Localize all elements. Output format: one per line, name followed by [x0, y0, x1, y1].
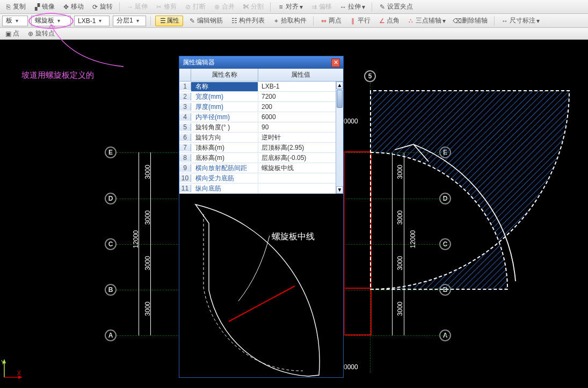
split-button[interactable]: ✀分割 [240, 2, 266, 12]
row-index: 7 [179, 144, 191, 151]
dim-3000-r4: 3000 [396, 302, 404, 316]
trim-button[interactable]: ✂修剪 [153, 2, 179, 12]
prop-row[interactable]: 7顶标高(m)层顶标高(2.95) [179, 143, 343, 153]
stretch-button[interactable]: ↔拉伸▾ [337, 2, 367, 12]
pickcomp-button[interactable]: ⌖拾取构件 [270, 16, 309, 26]
prop-row[interactable]: 9横向放射配筋间距螺旋板中线 [179, 163, 343, 173]
scroll-thumb[interactable] [337, 90, 343, 108]
editrebar-label: 编辑钢筋 [197, 16, 223, 25]
row-value[interactable]: 90 [258, 123, 343, 131]
instance-combo[interactable]: LXB-1▾ [74, 16, 110, 26]
complist-button[interactable]: ☷构件列表 [228, 16, 267, 26]
row-name: 内半径(mm) [191, 113, 258, 122]
mirror-label: 镜像 [42, 2, 55, 11]
attributes-button[interactable]: ☰属性 [155, 16, 183, 26]
grid-bubble-e-left: E [105, 147, 117, 158]
row-value[interactable]: 6000 [258, 113, 343, 121]
prop-scrollbar[interactable]: ▲ ▼ [336, 82, 343, 194]
category-combo[interactable]: 板▾ [2, 16, 28, 26]
setbase-button[interactable]: ✎设置夹点 [376, 2, 415, 12]
delaux-button[interactable]: ⌫删除辅轴 [451, 16, 490, 26]
prop-row[interactable]: 8底标高(m)层底标高(-0.05) [179, 153, 343, 163]
row-index: 4 [179, 113, 191, 121]
row-value[interactable]: 螺旋板中线 [258, 164, 343, 173]
row-name: 横向放射配筋间距 [191, 164, 258, 173]
row-name: 底标高(m) [191, 153, 258, 163]
close-icon: ✕ [333, 59, 338, 66]
spiral-slab-selected[interactable] [344, 85, 580, 300]
close-button[interactable]: ✕ [331, 58, 340, 67]
drawing-canvas[interactable]: 坡道用螺旋板定义的 E D C B A 3000 3000 3000 3000 … [0, 40, 588, 388]
svg-text:Y: Y [1, 360, 5, 365]
dimline-left-inner [150, 152, 151, 335]
triaux-button[interactable]: ∴三点辅轴▾ [405, 16, 448, 26]
stretch-icon: ↔ [339, 3, 347, 11]
layer-value: 分层1 [117, 16, 133, 25]
align-label: 对齐 [286, 2, 299, 11]
prop-row[interactable]: 6旋转方向逆时针 [179, 133, 343, 143]
row-name: 旋转角度(° ) [191, 123, 258, 132]
chevron-down-icon: ▾ [57, 18, 60, 24]
prop-row[interactable]: 5旋转角度(° )90 [179, 122, 343, 133]
svg-line-7 [229, 286, 295, 321]
align-button[interactable]: ≡对齐▾ [275, 2, 305, 12]
toolbar-edit: ⎘复制 ▞镜像 ✥移动 ⟳旋转 →延伸 ✂修剪 ⊘打断 ⊕合并 ✀分割 ≡对齐▾… [0, 0, 588, 14]
triaux-icon: ∴ [407, 17, 415, 25]
separator [119, 2, 120, 12]
scroll-down-icon[interactable]: ▼ [336, 186, 343, 194]
prop-row[interactable]: 4内半径(mm)6000 [179, 112, 343, 122]
rotate-button[interactable]: ⟳旋转 [89, 2, 115, 12]
chevron-down-icon: ▾ [99, 18, 101, 24]
annotation-note: 坡道用螺旋板定义的 [21, 70, 94, 80]
prop-row[interactable]: 10横向受力底筋 [179, 173, 343, 184]
dimmark-button[interactable]: ↔尺寸标注▾ [499, 16, 542, 26]
prop-row[interactable]: 11纵向底筋 [179, 184, 343, 194]
layer-combo[interactable]: 分层1▾ [113, 16, 146, 26]
editrebar-button[interactable]: ✎编辑钢筋 [186, 16, 225, 26]
break-button[interactable]: ⊘打断 [182, 2, 208, 12]
parallel-button[interactable]: ∥平行 [347, 16, 373, 26]
row-index: 10 [179, 174, 191, 182]
dialog-titlebar[interactable]: 属性编辑器 ✕ [179, 56, 343, 69]
scroll-track[interactable] [336, 108, 343, 186]
parallel-icon: ∥ [349, 17, 357, 25]
prop-row[interactable]: 2宽度(mm)7200 [179, 92, 343, 102]
extend-label: 延伸 [135, 2, 148, 11]
ucs-icon: Y X [1, 359, 23, 382]
extend-button[interactable]: →延伸 [124, 2, 150, 12]
mirror-icon: ▞ [33, 3, 41, 11]
row-value[interactable]: 层底标高(-0.05) [258, 153, 343, 163]
row-value[interactable]: LXB-1 [258, 83, 343, 90]
chevron-down-icon: ▾ [536, 17, 540, 25]
twopt-button[interactable]: ⇔两点 [318, 16, 344, 26]
rotate-label: 旋转 [100, 2, 113, 11]
row-value[interactable]: 200 [258, 103, 343, 111]
point-button[interactable]: ▣点 [2, 28, 21, 39]
offset-button[interactable]: ⇉偏移 [308, 2, 334, 12]
row-index: 3 [179, 103, 191, 111]
row-index: 1 [179, 83, 191, 90]
ptangle-button[interactable]: ∠点角 [376, 16, 402, 26]
row-name: 旋转方向 [191, 133, 258, 142]
row-value[interactable]: 7200 [258, 93, 343, 100]
rotpoint-button[interactable]: ⊕旋转点 [25, 28, 57, 39]
merge-label: 合并 [222, 2, 235, 11]
subtype-combo[interactable]: 螺旋板▾ [31, 16, 71, 26]
angle-icon: ∠ [378, 17, 386, 25]
header-value: 属性值 [258, 69, 343, 81]
copy-button[interactable]: ⎘复制 [2, 2, 28, 12]
chevron-down-icon: ▾ [362, 3, 365, 11]
move-button[interactable]: ✥移动 [60, 2, 86, 12]
scroll-up-icon[interactable]: ▲ [336, 82, 343, 89]
copy-icon: ⎘ [4, 3, 12, 11]
prop-row[interactable]: 1名称LXB-1 [179, 82, 343, 92]
merge-button[interactable]: ⊕合并 [211, 2, 237, 12]
dim-0000-bot: 0000 [344, 363, 358, 371]
subtype-value: 螺旋板 [35, 16, 54, 25]
row-value[interactable]: 逆时针 [258, 133, 343, 142]
row-value[interactable]: 层顶标高(2.95) [258, 143, 343, 152]
prop-row[interactable]: 3厚度(mm)200 [179, 102, 343, 112]
mirror-button[interactable]: ▞镜像 [31, 2, 57, 12]
dimline-left-outer [139, 152, 139, 335]
property-editor-dialog[interactable]: 属性编辑器 ✕ 属性名称 属性值 1名称LXB-12宽度(mm)72003厚度(… [179, 56, 344, 378]
